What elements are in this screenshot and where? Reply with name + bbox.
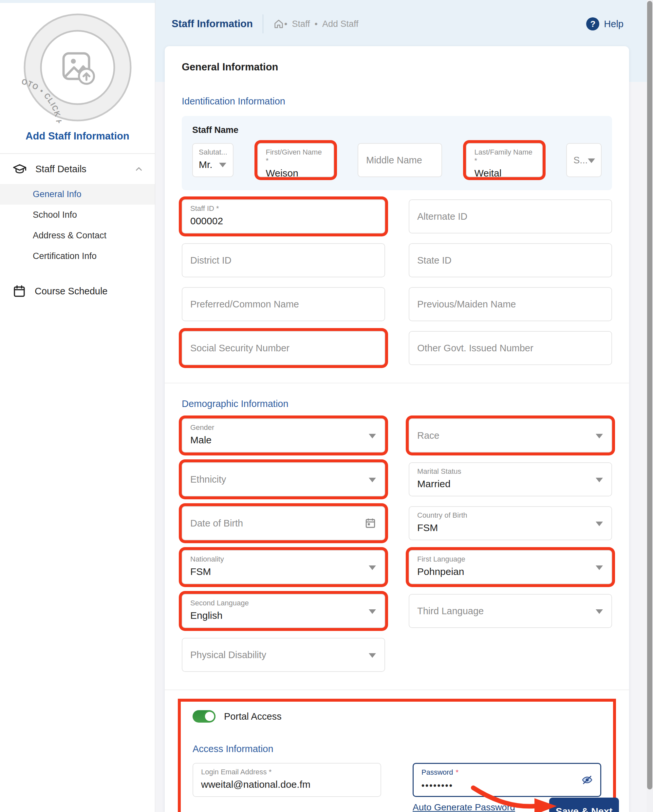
sidebar-item-general-info[interactable]: General Info: [0, 184, 155, 205]
staff-id-field[interactable]: Staff ID * 000002: [182, 199, 385, 234]
field-value: Mr.: [199, 159, 213, 170]
add-staff-title: Add Staff Information: [0, 130, 155, 142]
upload-photo-button[interactable]: CLICK HERE TO UPLOAD PHOTO • CLICK HERE …: [22, 12, 133, 123]
breadcrumb: Staff Add Staff: [284, 19, 359, 29]
alternate-id-field[interactable]: Alternate ID: [409, 199, 612, 234]
help-label: Help: [604, 19, 624, 29]
field-label: Second Language: [190, 599, 376, 607]
chevron-down-icon: [369, 478, 376, 482]
sidebar-item-certification-info[interactable]: Certification Info: [0, 246, 155, 267]
field-placeholder: State ID: [417, 255, 451, 266]
sidebar: CLICK HERE TO UPLOAD PHOTO • CLICK HERE …: [0, 0, 155, 812]
staff-name-label: Staff Name: [192, 125, 602, 135]
physical-disability-select[interactable]: Physical Disability: [182, 638, 385, 672]
staff-name-panel: Staff Name Salutat... Mr. First/Given Na…: [182, 116, 612, 190]
chevron-down-icon: [219, 163, 226, 167]
preferred-name-field[interactable]: Preferred/Common Name: [182, 287, 385, 321]
state-id-field[interactable]: State ID: [409, 243, 612, 277]
scrollbar-thumb[interactable]: [647, 1, 652, 789]
auto-generate-password-link[interactable]: Auto Generate Password: [413, 802, 515, 812]
page-title: Staff Information: [171, 18, 253, 30]
login-email-field[interactable]: Login Email Address * wweital@national.d…: [193, 763, 381, 797]
access-information-heading: Access Information: [193, 743, 601, 754]
breadcrumb-add-staff[interactable]: Add Staff: [315, 19, 359, 29]
last-name-field[interactable]: Last/Family Name * Weital: [466, 143, 543, 177]
suffix-select[interactable]: S...: [566, 143, 602, 177]
field-placeholder: Physical Disability: [190, 650, 266, 660]
password-field[interactable]: Password* ••••••••: [413, 763, 601, 797]
sidebar-item-staff-details[interactable]: Staff Details: [0, 154, 155, 184]
middle-name-field[interactable]: Middle Name: [358, 143, 442, 177]
chevron-down-icon: [596, 609, 603, 614]
breadcrumb-staff[interactable]: Staff: [284, 19, 310, 29]
scrollbar[interactable]: [647, 0, 653, 812]
password-value: ••••••••: [422, 781, 592, 791]
sidebar-item-label: General Info: [33, 189, 81, 199]
field-label: First/Given Name *: [266, 148, 326, 165]
field-placeholder: Middle Name: [366, 155, 422, 166]
sidebar-item-label: Address & Contact: [33, 230, 106, 241]
field-label: Nationality: [190, 555, 376, 563]
top-strip: [0, 0, 155, 3]
salutation-select[interactable]: Salutat... Mr.: [192, 143, 234, 177]
home-icon[interactable]: [273, 18, 284, 29]
section-divider: [165, 383, 629, 383]
sidebar-item-school-info[interactable]: School Info: [0, 205, 155, 225]
field-label: First Language: [417, 555, 604, 563]
demographic-fields: Gender Male Race Ethnicity Marital Statu…: [182, 418, 612, 672]
chevron-down-icon: [369, 565, 376, 570]
identification-fields: Staff ID * 000002 Alternate ID District …: [182, 199, 612, 365]
demographic-heading: Demographic Information: [182, 398, 612, 409]
identification-heading: Identification Information: [182, 96, 612, 107]
other-govt-number-field[interactable]: Other Govt. Issued Number: [409, 331, 612, 365]
help-button[interactable]: ? Help: [586, 17, 624, 31]
sidebar-item-label: School Info: [33, 210, 77, 220]
sidebar-item-course-schedule[interactable]: Course Schedule: [0, 276, 155, 306]
field-placeholder: District ID: [190, 255, 231, 266]
gender-select[interactable]: Gender Male: [182, 418, 385, 452]
field-value: Male: [190, 435, 376, 446]
first-name-field[interactable]: First/Given Name * Weison: [257, 143, 334, 177]
field-value: wweital@national.doe.fm: [201, 779, 373, 790]
marital-status-select[interactable]: Marital Status Married: [409, 462, 612, 496]
race-select[interactable]: Race: [409, 418, 612, 452]
field-value: Married: [417, 478, 604, 490]
date-picker-icon[interactable]: [364, 517, 376, 530]
sidebar-item-address-contact[interactable]: Address & Contact: [0, 225, 155, 246]
toggle-knob: [204, 710, 216, 722]
sidebar-item-label: Staff Details: [35, 164, 125, 174]
field-label: Country of Birth: [417, 511, 604, 520]
sidebar-item-label: Course Schedule: [35, 286, 144, 297]
second-language-select[interactable]: Second Language English: [182, 594, 385, 628]
field-label: Login Email Address *: [201, 768, 373, 776]
district-id-field[interactable]: District ID: [182, 243, 385, 277]
field-placeholder: Race: [417, 430, 439, 441]
calendar-icon: [12, 284, 26, 298]
first-language-select[interactable]: First Language Pohnpeian: [409, 550, 612, 584]
save-next-button[interactable]: Save & Next: [549, 798, 619, 812]
sidebar-item-label: Certification Info: [33, 251, 96, 261]
general-information-card: General Information Identification Infor…: [165, 46, 629, 812]
third-language-select[interactable]: Third Language: [409, 594, 612, 628]
field-label: Last/Family Name *: [474, 148, 534, 165]
field-placeholder: Previous/Maiden Name: [417, 299, 516, 310]
ethnicity-select[interactable]: Ethnicity: [182, 462, 385, 496]
date-of-birth-field[interactable]: Date of Birth: [182, 506, 385, 540]
nationality-select[interactable]: Nationality FSM: [182, 550, 385, 584]
portal-access-toggle[interactable]: [193, 710, 216, 723]
ssn-field[interactable]: Social Security Number: [182, 331, 385, 365]
chevron-down-icon: [596, 478, 603, 482]
eye-off-icon[interactable]: [581, 774, 593, 786]
previous-name-field[interactable]: Previous/Maiden Name: [409, 287, 612, 321]
field-label: Staff ID *: [190, 204, 376, 213]
chevron-down-icon: [596, 522, 603, 526]
page-header: Staff Information Staff Add Staff ? Help: [171, 14, 624, 34]
chevron-down-icon: [588, 159, 595, 163]
field-value: Weison: [266, 168, 326, 179]
chevron-down-icon: [369, 609, 376, 614]
field-placeholder: Preferred/Common Name: [190, 299, 299, 310]
chevron-down-icon: [369, 434, 376, 438]
country-of-birth-select[interactable]: Country of Birth FSM: [409, 506, 612, 540]
chevron-up-icon: [134, 164, 144, 174]
field-placeholder: Other Govt. Issued Number: [417, 343, 534, 354]
